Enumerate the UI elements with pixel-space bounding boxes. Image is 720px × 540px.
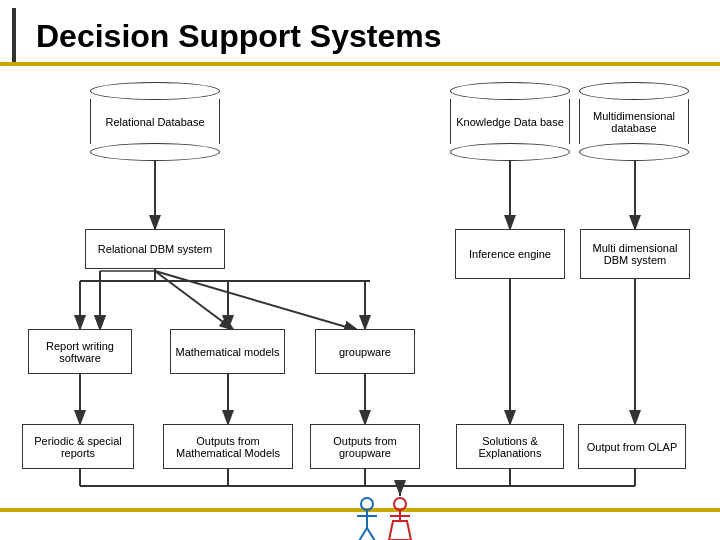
outputs-mathematical-label: Outputs from Mathematical Models xyxy=(168,435,288,459)
inference-engine: Inference engine xyxy=(455,229,565,279)
groupware-label: groupware xyxy=(339,346,391,358)
svg-marker-35 xyxy=(389,521,411,540)
relational-database-label: Relational Database xyxy=(105,116,204,128)
multi-dimensional-dbm-label: Multi dimensional DBM system xyxy=(585,242,685,266)
page-title: Decision Support Systems xyxy=(12,8,708,65)
knowledge-database: Knowledge Data base xyxy=(445,81,575,162)
title-border xyxy=(12,8,15,56)
svg-point-27 xyxy=(361,498,373,510)
person-blue-icon xyxy=(352,496,382,540)
outputs-groupware: Outputs from groupware xyxy=(310,424,420,469)
outputs-groupware-label: Outputs from groupware xyxy=(315,435,415,459)
relational-dbm: Relational DBM system xyxy=(85,229,225,269)
relational-dbm-label: Relational DBM system xyxy=(98,243,212,255)
periodic-reports-label: Periodic & special reports xyxy=(27,435,129,459)
inference-engine-label: Inference engine xyxy=(469,248,551,260)
solutions-explanations-label: Solutions & Explanations xyxy=(461,435,559,459)
output-olap: Output from OLAP xyxy=(578,424,686,469)
svg-line-30 xyxy=(359,528,367,540)
svg-line-31 xyxy=(367,528,375,540)
svg-line-8 xyxy=(155,271,235,331)
report-writing: Report writing software xyxy=(28,329,132,374)
multidimensional-database: Multidimensional database xyxy=(574,81,694,162)
report-writing-label: Report writing software xyxy=(33,340,127,364)
periodic-reports: Periodic & special reports xyxy=(22,424,134,469)
multi-dimensional-dbm: Multi dimensional DBM system xyxy=(580,229,690,279)
solutions-explanations: Solutions & Explanations xyxy=(456,424,564,469)
svg-point-32 xyxy=(394,498,406,510)
outputs-mathematical: Outputs from Mathematical Models xyxy=(163,424,293,469)
mathematical-models: Mathematical models xyxy=(170,329,285,374)
person-red-icon xyxy=(385,496,415,540)
diagram: Relational Database Knowledge Data base … xyxy=(0,66,720,536)
knowledge-database-label: Knowledge Data base xyxy=(456,116,564,128)
output-olap-label: Output from OLAP xyxy=(587,441,677,453)
relational-database: Relational Database xyxy=(85,81,225,162)
mathematical-models-label: Mathematical models xyxy=(176,346,280,358)
multidimensional-database-label: Multidimensional database xyxy=(584,110,684,134)
svg-line-9 xyxy=(155,271,360,331)
groupware: groupware xyxy=(315,329,415,374)
